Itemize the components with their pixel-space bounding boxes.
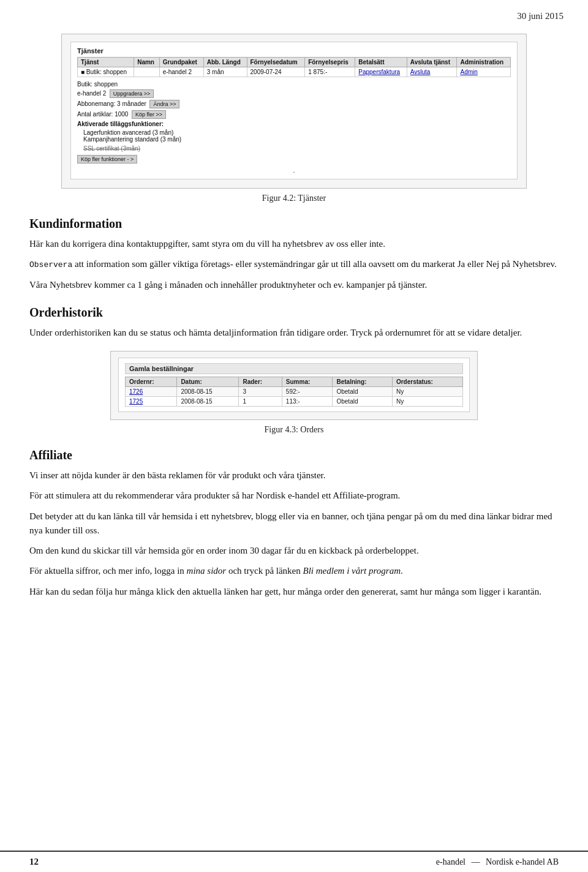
col-summa: Summa:	[282, 377, 333, 387]
affiliate-para5: För aktuella siffror, och mer info, logg…	[29, 564, 559, 578]
btn-buy-more[interactable]: Köp fler >>	[132, 110, 166, 119]
kundinformation-heading: Kundinformation	[29, 217, 559, 231]
main-content: Tjänster Tjänst Namn Grundpaket Abb. Län…	[0, 28, 588, 654]
affiliate-para4: Om den kund du skickar till vår hemsida …	[29, 544, 559, 558]
affiliate-para1: Vi inser att nöjda kunder är den bästa r…	[29, 468, 559, 483]
observera-text: Observera	[29, 260, 72, 269]
col-betalsätt: Betalsätt	[355, 58, 407, 67]
col-grundpaket: Grundpaket	[159, 58, 203, 67]
footer-company: Nordisk e-handel AB	[486, 857, 559, 866]
row-betalsätt: Pappersfaktura	[355, 67, 407, 77]
row-förnyelsepris: 1 875:-	[305, 67, 355, 77]
affiliate-para5-italic1: mina sidor	[187, 566, 227, 576]
footer-brand: e-handel	[436, 857, 466, 866]
order-row-1: 1726 2008-08-15 3 592:- Obetald Ny	[126, 387, 463, 397]
col-avsluta: Avsluta tjänst	[407, 58, 457, 67]
detail-butik: Butik: shoppen	[77, 81, 511, 88]
feature-2: Kampanjhantering standard (3 mån)	[83, 136, 511, 143]
avsluta-link[interactable]: Avsluta	[410, 69, 431, 75]
col-betalning: Betalning:	[333, 377, 392, 387]
order2-status: Ny	[392, 397, 462, 407]
col-orderstatus: Orderstatus:	[392, 377, 462, 387]
feature-1: Lagerfunktion avancerad (3 mån)	[83, 129, 511, 136]
order1-nr: 1726	[126, 387, 177, 397]
col-rader: Rader:	[239, 377, 282, 387]
order2-rader: 1	[239, 397, 282, 407]
affiliate-para5-mid: och tryck på länken	[226, 566, 303, 576]
kundinformation-para3: Våra Nyhetsbrev kommer ca 1 gång i månad…	[29, 278, 559, 292]
order1-summa: 592:-	[282, 387, 333, 397]
affiliate-heading: Affiliate	[29, 448, 559, 462]
order-row-2: 1725 2008-08-15 1 113:- Obetald Ny	[126, 397, 463, 407]
order1-betalning: Obetald	[333, 387, 392, 397]
kundinformation-para1: Här kan du korrigera dina kontaktuppgift…	[29, 237, 559, 251]
detail-tillägg-heading: Aktiverade tilläggsfunktioner:	[77, 121, 511, 127]
order1-datum: 2008-08-15	[177, 387, 239, 397]
btn-buy-functions[interactable]: Köp fler funktioner - >	[77, 155, 137, 164]
footer-brand-text: e-handel — Nordisk e-handel AB	[436, 857, 559, 867]
col-längd: Abb. Längd	[203, 58, 247, 67]
row-grundpaket: e-handel 2	[159, 67, 203, 77]
orderhistorik-para1: Under orderhistoriken kan du se status o…	[29, 326, 559, 340]
dot-placeholder: .	[77, 167, 511, 174]
affiliate-para3: Det betyder att du kan länka till vår he…	[29, 509, 559, 538]
page-header: 30 juni 2015	[0, 0, 588, 28]
btn-change[interactable]: Ändra >>	[149, 100, 179, 108]
tjänster-table: Tjänst Namn Grundpaket Abb. Längd Förnye…	[77, 57, 511, 77]
figure3-caption: Figur 4.3: Orders	[29, 425, 559, 435]
tjänster-section-title: Tjänster	[77, 47, 511, 55]
col-tjänst: Tjänst	[78, 58, 134, 67]
orders-table-title: Gamla beställningar	[125, 363, 463, 374]
row-avsluta: Avsluta	[407, 67, 457, 77]
order1-status: Ny	[392, 387, 462, 397]
kundinformation-para2-rest: att information som gäller viktiga föret…	[72, 259, 556, 269]
orders-table: Ordernr: Datum: Rader: Summa: Betalning:…	[125, 377, 463, 407]
figure-orders-inner: Gamla beställningar Ordernr: Datum: Rade…	[118, 358, 470, 412]
col-datum: Datum:	[177, 377, 239, 387]
footer-page-number: 12	[29, 857, 39, 867]
kundinformation-para2: Observera att information som gäller vik…	[29, 257, 559, 271]
row-tjänst: ■ Butik: shoppen	[78, 67, 134, 77]
detail-artiklar: Antal artiklar: 1000 Köp fler >>	[77, 110, 511, 119]
admin-link[interactable]: Admin	[460, 69, 477, 75]
figure1-caption: Figur 4.2: Tjänster	[29, 194, 559, 203]
affiliate-para5-italic2: Bli medlem i vårt program	[303, 566, 401, 576]
figure-orders-box: Gamla beställningar Ordernr: Datum: Rade…	[110, 351, 478, 420]
order2-nr-link[interactable]: 1725	[129, 398, 143, 405]
order1-nr-link[interactable]: 1726	[129, 388, 143, 395]
col-ordernr: Ordernr:	[126, 377, 177, 387]
col-förnyelsedatum: Förnyelsedatum	[247, 58, 305, 67]
order2-nr: 1725	[126, 397, 177, 407]
orderhistorik-heading: Orderhistorik	[29, 306, 559, 320]
betalsätt-link[interactable]: Pappersfaktura	[358, 69, 400, 75]
affiliate-para2: För att stimulera att du rekommenderar v…	[29, 489, 559, 503]
col-förnyelsepris: Förnyelsepris	[305, 58, 355, 67]
footer-dash: —	[472, 857, 480, 866]
row-förnyelsedatum: 2009-07-24	[247, 67, 305, 77]
affiliate-para5-prefix: För aktuella siffror, och mer info, logg…	[29, 566, 187, 576]
feature-ssl: SSL certifikat (3mån)	[83, 145, 511, 152]
btn-upgrade[interactable]: Uppgradera >>	[110, 89, 154, 98]
order2-betalning: Obetald	[333, 397, 392, 407]
page-footer: 12 e-handel — Nordisk e-handel AB	[0, 851, 588, 872]
order2-summa: 113:-	[282, 397, 333, 407]
affiliate-para5-end: .	[401, 566, 403, 576]
row-längd: 3 mån	[203, 67, 247, 77]
col-admin: Administration	[457, 58, 511, 67]
row-admin: Admin	[457, 67, 511, 77]
order2-datum: 2008-08-15	[177, 397, 239, 407]
figure-tjänster-box: Tjänster Tjänst Namn Grundpaket Abb. Län…	[61, 34, 527, 189]
figure-tjänster-inner: Tjänster Tjänst Namn Grundpaket Abb. Län…	[70, 42, 518, 179]
affiliate-para6: Här kan du sedan följa hur många klick d…	[29, 585, 559, 599]
order1-rader: 3	[239, 387, 282, 397]
row-namn	[134, 67, 160, 77]
detail-abbonemang: Abbonemang: 3 månader Ändra >>	[77, 100, 511, 108]
feature-list: Lagerfunktion avancerad (3 mån) Kampanjh…	[83, 129, 511, 143]
header-date: 30 juni 2015	[517, 11, 564, 21]
col-namn: Namn	[134, 58, 160, 67]
detail-ehandel: e-handel 2 Uppgradera >>	[77, 89, 511, 98]
